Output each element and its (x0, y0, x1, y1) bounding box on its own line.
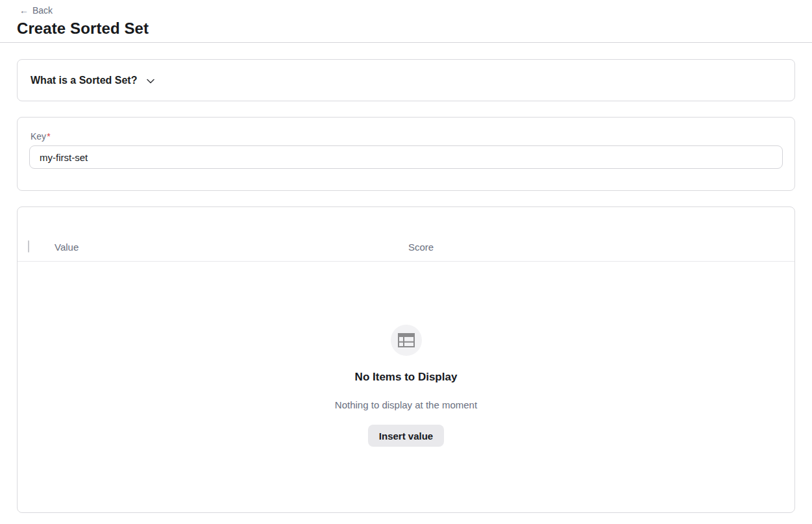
accordion-title: What is a Sorted Set? (31, 75, 137, 86)
empty-state-description: Nothing to display at the moment (335, 399, 477, 410)
page-header: ← Back Create Sorted Set (0, 0, 812, 43)
key-label-text: Key (31, 131, 46, 142)
arrow-left-icon: ← (19, 6, 29, 15)
key-form-card: Key* (17, 117, 795, 191)
page-title: Create Sorted Set (17, 19, 795, 38)
empty-state-title: No Items to Display (355, 371, 458, 384)
main-content: What is a Sorted Set? Key* Value Score (0, 43, 812, 513)
key-label: Key* (31, 131, 783, 142)
column-header-score: Score (408, 242, 784, 253)
chevron-down-icon (145, 76, 156, 86)
what-is-sorted-set-accordion[interactable]: What is a Sorted Set? (17, 59, 795, 101)
items-table-card: Value Score No Items to Display Nothing … (17, 206, 795, 513)
column-header-value: Value (55, 242, 408, 253)
table-icon (398, 333, 415, 347)
back-link[interactable]: ← Back (19, 5, 53, 16)
table-header-row: Value Score (18, 207, 794, 262)
insert-value-button[interactable]: Insert value (368, 425, 444, 447)
empty-state-icon-circle (391, 325, 422, 356)
empty-state: No Items to Display Nothing to display a… (18, 262, 794, 447)
key-input[interactable] (29, 145, 783, 169)
select-all-checkbox[interactable] (28, 240, 29, 253)
required-asterisk: * (47, 131, 50, 142)
back-label: Back (32, 5, 53, 16)
